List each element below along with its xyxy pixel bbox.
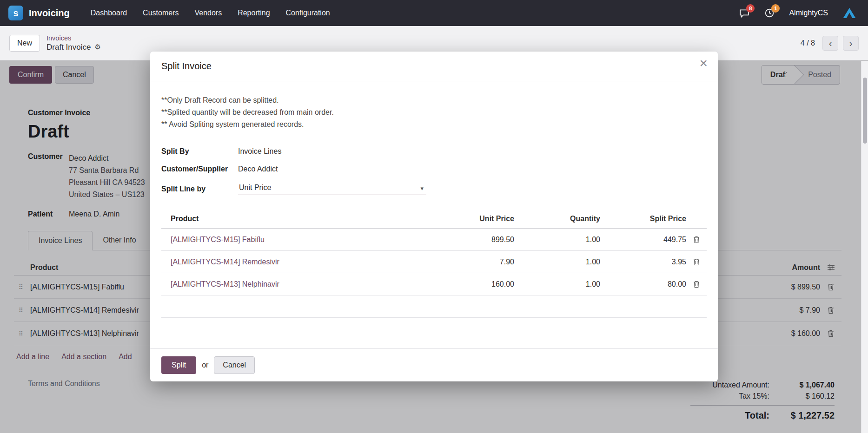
split-line-split-price[interactable]: 3.95 bbox=[600, 258, 686, 266]
modal-fields: Split By Invoice Lines Customer/Supplier… bbox=[161, 147, 707, 195]
app-name[interactable]: Invoicing bbox=[29, 8, 70, 19]
split-quantity-header: Quantity bbox=[514, 215, 600, 223]
messages-button[interactable]: 8 bbox=[739, 7, 750, 19]
split-line-product-link[interactable]: [ALMIGHTYCS-M14] Remdesivir bbox=[161, 258, 428, 266]
split-product-header: Product bbox=[161, 215, 428, 223]
split-price-header: Split Price bbox=[600, 215, 686, 223]
modal-title: Split Invoice bbox=[161, 61, 212, 72]
modal-header: Split Invoice × bbox=[150, 52, 718, 81]
menu-reporting[interactable]: Reporting bbox=[230, 0, 278, 26]
split-by-label: Split By bbox=[161, 147, 238, 156]
split-line-quantity[interactable]: 1.00 bbox=[514, 236, 600, 244]
menu-customers[interactable]: Customers bbox=[135, 0, 186, 26]
split-line-by-selected-value: Unit Price bbox=[239, 184, 271, 191]
navbar-right: 8 1 AlmightyCS bbox=[739, 7, 860, 19]
split-button[interactable]: Split bbox=[161, 356, 196, 374]
pager-next-button[interactable]: › bbox=[843, 36, 859, 51]
chevron-down-icon: ▾ bbox=[420, 185, 424, 192]
menu-vendors[interactable]: Vendors bbox=[186, 0, 230, 26]
modal-note: **Splited quantity will be decreased fro… bbox=[161, 106, 707, 118]
modal-note: ** Avoid Spliting system generated recor… bbox=[161, 118, 707, 131]
split-lines-table: Product Unit Price Quantity Split Price … bbox=[161, 209, 707, 318]
customer-supplier-label: Customer/Supplier bbox=[161, 165, 238, 173]
pager-count: 4 / 8 bbox=[801, 39, 815, 47]
breadcrumb-current: Draft Invoice bbox=[46, 42, 91, 52]
modal-cancel-button[interactable]: Cancel bbox=[214, 356, 255, 374]
page: s Invoicing Dashboard Customers Vendors … bbox=[0, 0, 868, 433]
split-line-product-link[interactable]: [ALMIGHTYCS-M13] Nelphinavir bbox=[161, 280, 428, 289]
user-menu[interactable]: AlmightyCS bbox=[789, 9, 828, 17]
split-line-quantity[interactable]: 1.00 bbox=[514, 258, 600, 266]
pager: 4 / 8 ‹ › bbox=[801, 36, 859, 51]
close-icon[interactable]: × bbox=[699, 56, 708, 70]
settings-gear-icon[interactable]: ⚙ bbox=[94, 43, 100, 52]
vertical-scrollbar[interactable] bbox=[861, 61, 868, 433]
empty-table-row bbox=[161, 295, 707, 318]
activities-badge: 1 bbox=[771, 4, 780, 13]
split-line-unit-price[interactable]: 7.90 bbox=[428, 258, 514, 266]
almightycs-logo-icon bbox=[842, 7, 857, 19]
split-line-split-price[interactable]: 449.75 bbox=[600, 236, 686, 244]
customer-supplier-value: Deco Addict bbox=[238, 165, 707, 173]
split-by-value: Invoice Lines bbox=[238, 147, 707, 156]
split-line-by-label: Split Line by bbox=[161, 185, 238, 193]
delete-split-line-icon[interactable] bbox=[686, 236, 707, 243]
table-row: [ALMIGHTYCS-M15] Fabiflu 899.50 1.00 449… bbox=[161, 229, 707, 251]
table-row: [ALMIGHTYCS-M14] Remdesivir 7.90 1.00 3.… bbox=[161, 251, 707, 273]
activities-button[interactable]: 1 bbox=[764, 7, 775, 19]
modal-body: **Only Draft Record can be splitted. **S… bbox=[150, 81, 718, 348]
table-row: [ALMIGHTYCS-M13] Nelphinavir 160.00 1.00… bbox=[161, 273, 707, 295]
messages-badge: 8 bbox=[746, 4, 755, 13]
app-logo-icon[interactable]: s bbox=[8, 6, 23, 20]
top-navbar: s Invoicing Dashboard Customers Vendors … bbox=[0, 0, 868, 26]
breadcrumb-invoices-link[interactable]: Invoices bbox=[46, 34, 101, 42]
chevron-left-icon: ‹ bbox=[829, 39, 832, 48]
pager-previous-button[interactable]: ‹ bbox=[822, 36, 838, 51]
menu-dashboard[interactable]: Dashboard bbox=[83, 0, 135, 26]
split-line-split-price[interactable]: 80.00 bbox=[600, 280, 686, 289]
menu-configuration[interactable]: Configuration bbox=[278, 0, 338, 26]
chevron-right-icon: › bbox=[849, 39, 853, 48]
main-menu: Dashboard Customers Vendors Reporting Co… bbox=[83, 0, 338, 26]
split-line-unit-price[interactable]: 160.00 bbox=[428, 280, 514, 289]
split-table-header-row: Product Unit Price Quantity Split Price bbox=[161, 209, 707, 229]
split-invoice-modal: Split Invoice × **Only Draft Record can … bbox=[150, 52, 718, 381]
modal-note: **Only Draft Record can be splitted. bbox=[161, 94, 707, 106]
split-line-quantity[interactable]: 1.00 bbox=[514, 280, 600, 289]
scrollbar-thumb[interactable] bbox=[863, 78, 867, 144]
split-unit-price-header: Unit Price bbox=[428, 215, 514, 223]
delete-split-line-icon[interactable] bbox=[686, 281, 707, 288]
or-text: or bbox=[202, 361, 208, 369]
new-button[interactable]: New bbox=[9, 35, 40, 52]
split-line-product-link[interactable]: [ALMIGHTYCS-M15] Fabiflu bbox=[161, 236, 428, 244]
delete-split-line-icon[interactable] bbox=[686, 258, 707, 266]
split-line-unit-price[interactable]: 899.50 bbox=[428, 236, 514, 244]
app-logo-letter: s bbox=[13, 8, 18, 19]
breadcrumb: Invoices Draft Invoice ⚙ bbox=[46, 34, 101, 52]
split-line-by-select[interactable]: Unit Price ▾ bbox=[238, 183, 426, 195]
modal-footer: Split or Cancel bbox=[150, 348, 718, 381]
